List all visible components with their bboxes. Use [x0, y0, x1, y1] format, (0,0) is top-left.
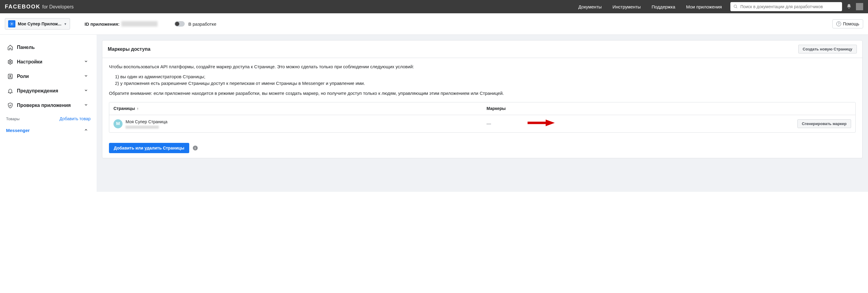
app-id-label: ID приложения:: [85, 22, 120, 27]
svg-marker-7: [528, 119, 555, 126]
nav-support[interactable]: Поддержка: [652, 4, 675, 9]
column-tokens: Маркеры: [482, 102, 855, 115]
pages-table: Страницы ↑ Маркеры M Моя Супер Страница: [109, 102, 856, 133]
sidebar-item-label: Проверка приложения: [17, 103, 71, 108]
intro-text: Чтобы воспользоваться API платформы, соз…: [109, 63, 856, 70]
sidebar-item-messenger[interactable]: Messenger: [0, 124, 97, 137]
chevron-down-icon: [84, 74, 88, 79]
sidebar-item-label: Роли: [17, 74, 29, 79]
brand-for-developers: for Developers: [42, 4, 74, 10]
svg-point-6: [10, 75, 11, 77]
brand-facebook: FACEBOOK: [5, 4, 40, 10]
sidebar-item-dashboard[interactable]: Панель: [0, 40, 97, 55]
user-avatar[interactable]: [856, 3, 863, 10]
chevron-up-icon: [84, 128, 88, 133]
brand[interactable]: FACEBOOK for Developers: [5, 4, 74, 10]
search-input[interactable]: [740, 4, 839, 9]
svg-point-3: [11, 23, 12, 25]
shield-icon: [6, 102, 14, 109]
svg-point-0: [734, 5, 737, 7]
sidebar-item-label: Messenger: [6, 128, 30, 133]
condition-2: 2) у приложения есть разрешение Страницы…: [115, 80, 856, 87]
column-pages[interactable]: Страницы ↑: [109, 102, 482, 115]
help-icon: ?: [836, 22, 841, 26]
chevron-down-icon: [84, 59, 88, 65]
page-avatar: M: [114, 119, 123, 128]
roles-icon: [6, 74, 14, 80]
app-id-value: [121, 21, 158, 27]
sidebar-item-roles[interactable]: Роли: [0, 69, 97, 84]
sidebar-item-settings[interactable]: Настройки: [0, 55, 97, 69]
add-product-link[interactable]: Добавить товар: [59, 116, 91, 121]
top-navbar: FACEBOOK for Developers Документы Инстру…: [0, 0, 868, 13]
search-icon: [734, 4, 738, 9]
note-text: Обратите внимание: если приложение наход…: [109, 90, 856, 97]
add-remove-pages-button[interactable]: Добавить или удалить Страницы: [109, 143, 189, 153]
arrow-annotation-icon: [528, 118, 555, 129]
chevron-down-icon: [84, 88, 88, 94]
sidebar: Панель Настройки Роли Предупреждения: [0, 35, 97, 192]
table-row: M Моя Супер Страница — Сгенерировать: [109, 115, 855, 132]
nav-my-apps[interactable]: Мои приложения: [686, 4, 722, 9]
search-box[interactable]: [731, 2, 842, 11]
create-new-page-button[interactable]: Создать новую Страницу: [798, 45, 857, 54]
bell-icon: [6, 88, 14, 94]
condition-1: 1) вы один из администраторов Страницы;: [115, 74, 856, 80]
help-label: Помощь: [843, 22, 859, 26]
sidebar-item-label: Настройки: [17, 59, 42, 65]
sort-ascending-icon: ↑: [137, 106, 138, 112]
app-name: Мое Супер Прилож...: [18, 22, 61, 26]
nav-documents[interactable]: Документы: [578, 4, 601, 9]
help-button[interactable]: ? Помощь: [832, 19, 863, 28]
gear-icon: [6, 59, 14, 65]
home-icon: [6, 45, 14, 51]
chevron-down-icon: [84, 103, 88, 108]
subheader: Мое Супер Прилож... ▼ ID приложения: В р…: [0, 13, 868, 35]
sidebar-section-products: Товары: [6, 117, 20, 121]
topnav-links: Документы Инструменты Поддержка Мои прил…: [578, 4, 722, 9]
card-title: Маркеры доступа: [108, 47, 150, 52]
column-pages-label: Страницы: [114, 106, 135, 112]
content-area: Маркеры доступа Создать новую Страницу Ч…: [97, 35, 868, 192]
generate-token-button[interactable]: Сгенерировать маркер: [797, 119, 851, 128]
app-selector[interactable]: Мое Супер Прилож... ▼: [5, 18, 70, 30]
dev-mode-toggle[interactable]: [175, 21, 185, 27]
svg-point-2: [849, 7, 849, 8]
svg-line-1: [736, 7, 737, 8]
sidebar-item-label: Панель: [17, 45, 35, 50]
svg-point-4: [10, 61, 11, 63]
sidebar-item-alerts[interactable]: Предупреждения: [0, 84, 97, 98]
access-tokens-card: Маркеры доступа Создать новую Страницу Ч…: [102, 40, 863, 158]
info-icon[interactable]: i: [193, 146, 198, 150]
sidebar-item-app-review[interactable]: Проверка приложения: [0, 98, 97, 113]
caret-down-icon: ▼: [64, 22, 67, 26]
sidebar-item-label: Предупреждения: [17, 88, 58, 94]
nav-tools[interactable]: Инструменты: [613, 4, 641, 9]
notifications-icon[interactable]: [846, 4, 852, 10]
page-name: Моя Супер Страница: [126, 119, 167, 125]
app-icon: [8, 20, 16, 28]
page-id: [126, 126, 159, 129]
token-value: —: [487, 120, 491, 127]
dev-mode-label: В разработке: [188, 22, 216, 27]
